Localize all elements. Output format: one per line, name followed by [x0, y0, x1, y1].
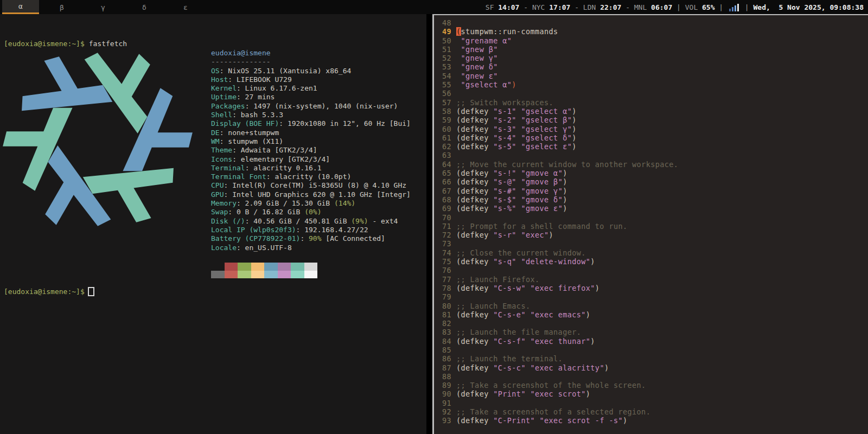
fastfetch-line: GPU: Intel UHD Graphics 620 @ 1.10 GHz […: [211, 190, 411, 199]
token-str: "C-s-c": [493, 363, 526, 372]
editor-line[interactable]: 91: [439, 399, 868, 407]
fastfetch-value: : LIFEBOOK U729: [228, 75, 291, 84]
editor-line[interactable]: 87(defkey "C-s-c" "exec alacritty"): [439, 363, 868, 372]
editor-line[interactable]: 92;; Take a screenshot of a selected reg…: [439, 407, 868, 416]
terminal-pane[interactable]: [eudoxia@ismene:~]$fastfetch eudoxia@ism…: [0, 14, 426, 434]
editor-line[interactable]: 53 "gnew δ": [439, 62, 868, 71]
editor-line[interactable]: 55 "gselect α"): [439, 80, 868, 89]
editor-line[interactable]: 50 "grename α": [439, 36, 868, 45]
editor-line[interactable]: 66(defkey "s-@" "gmove β"): [439, 177, 868, 186]
editor-line[interactable]: 78(defkey "C-s-w" "exec firefox"): [439, 284, 868, 292]
workspace-tabs: αβγδε: [2, 0, 208, 14]
editor-line[interactable]: 62(defkey "s-5" "gselect ε"): [439, 142, 868, 151]
workspace-tab-δ[interactable]: δ: [126, 0, 163, 14]
token-code: ): [563, 195, 567, 204]
editor-line[interactable]: 77;; Launch Firefox.: [439, 275, 868, 284]
line-number: 70: [439, 213, 451, 222]
editor-line[interactable]: 73: [439, 239, 868, 248]
token-str: "gselect ε": [521, 142, 572, 151]
status-text: Wed, 5 Nov 2025, 09:08:38: [754, 3, 864, 11]
editor-line[interactable]: 71;; Prompt for a shell command to run.: [439, 222, 868, 231]
editor-line[interactable]: 61(defkey "s-4" "gselect δ"): [439, 133, 868, 142]
editor-line[interactable]: 84(defkey "C-s-f" "exec thunar"): [439, 337, 868, 346]
editor-pane[interactable]: 4849(stumpwm::run-commands50 "grename α"…: [432, 14, 868, 434]
editor-line[interactable]: 82: [439, 319, 868, 328]
editor-line[interactable]: 54 "gnew ε": [439, 72, 868, 80]
fastfetch-label: Uptime: [211, 93, 237, 101]
token-com: ;; Launch Emacs.: [456, 302, 530, 310]
line-number: 60: [439, 125, 451, 133]
editor-line[interactable]: 69(defkey "s-%" "gmove ε"): [439, 204, 868, 213]
editor-line[interactable]: 83;; Launch the file manager.: [439, 328, 868, 336]
editor-line[interactable]: 65(defkey "s-!" "gmove α"): [439, 169, 868, 177]
token-str: "C-Print": [493, 416, 535, 425]
editor-line[interactable]: 90(defkey "Print" "exec scrot"): [439, 390, 868, 398]
editor-line[interactable]: 57;; Switch workspaces.: [439, 98, 868, 107]
fastfetch-value: : stumpwm (X11): [220, 137, 283, 145]
workspace-tab-β[interactable]: β: [43, 0, 80, 14]
palette-swatch: [291, 263, 304, 271]
workspace-tab-γ[interactable]: γ: [85, 0, 122, 14]
fastfetch-line: Locale: en_US.UTF-8: [211, 244, 411, 252]
editor-line[interactable]: 48: [439, 18, 868, 27]
editor-line[interactable]: 59(defkey "s-2" "gselect β"): [439, 116, 868, 124]
token-code: ): [563, 187, 567, 195]
fastfetch-value: : alacritty (10.0pt): [266, 173, 352, 181]
line-number: 87: [439, 363, 451, 372]
line-text: (defkey "C-s-f" "exec thunar"): [456, 337, 595, 346]
line-number: 62: [439, 142, 451, 151]
signal-bars-icon: [729, 3, 739, 11]
fastfetch-line: DE: none+stumpwm: [211, 129, 411, 137]
fastfetch-line: Swap: 0 B / 16.82 GiB (0%): [211, 208, 411, 216]
editor-line[interactable]: 89;; Take a screenshot of the whole scre…: [439, 381, 868, 390]
line-text: (defkey "s-r" "exec"): [456, 231, 553, 239]
editor-line[interactable]: 81(defkey "C-s-e" "exec emacs"): [439, 310, 868, 319]
line-text: ;; Launch the file manager.: [456, 328, 581, 336]
workspace-tab-ε[interactable]: ε: [167, 0, 204, 14]
status-text: -: [621, 3, 634, 11]
editor-line[interactable]: 76: [439, 266, 868, 275]
line-number: 54: [439, 72, 451, 80]
fastfetch-label: Kernel: [211, 84, 237, 92]
palette-swatch: [278, 263, 291, 271]
editor-line[interactable]: 85: [439, 346, 868, 354]
editor-line[interactable]: 68(defkey "s-$" "gmove δ"): [439, 195, 868, 204]
editor-line[interactable]: 64;; Move the current window to another …: [439, 160, 868, 169]
editor-line[interactable]: 80;; Launch Emacs.: [439, 302, 868, 310]
token-str: "s-r": [493, 231, 516, 239]
palette-swatch: [304, 263, 318, 271]
prompt-line[interactable]: [eudoxia@ismene:~]$: [4, 288, 94, 296]
token-str: "s-5": [493, 142, 516, 151]
editor-line[interactable]: 51 "gnew β": [439, 45, 868, 54]
fastfetch-line: Theme: Adwaita [GTK2/3/4]: [211, 146, 411, 155]
editor-line[interactable]: 72(defkey "s-r" "exec"): [439, 231, 868, 239]
fastfetch-label: Host: [211, 75, 228, 84]
token-code: (defkey: [456, 107, 493, 116]
editor-line[interactable]: 58(defkey "s-1" "gselect α"): [439, 107, 868, 116]
line-number: 80: [439, 302, 451, 310]
editor-line[interactable]: 93(defkey "C-Print" "exec scrot -f -s"): [439, 416, 868, 425]
token-com: ;; Move the current window to another wo…: [456, 160, 678, 169]
code-area[interactable]: 4849(stumpwm::run-commands50 "grename α"…: [439, 18, 868, 425]
editor-line[interactable]: 70: [439, 213, 868, 222]
fastfetch-line: Battery (CP778922-01): 90% [AC Connected…: [211, 234, 411, 243]
editor-line[interactable]: 79: [439, 292, 868, 301]
fastfetch-value: : 27 mins: [237, 93, 275, 101]
token-code: (defkey: [456, 257, 493, 266]
token-code: ): [590, 337, 595, 346]
editor-line[interactable]: 56: [439, 89, 868, 98]
editor-line[interactable]: 63: [439, 151, 868, 159]
workspace-tab-α[interactable]: α: [2, 0, 39, 14]
palette-swatch: [278, 271, 291, 279]
token-code: ): [563, 204, 567, 213]
palette-swatch: [264, 271, 278, 279]
editor-line[interactable]: 74;; Close the current window.: [439, 248, 868, 257]
editor-line[interactable]: 52 "gnew γ": [439, 54, 868, 62]
editor-line[interactable]: 86;; Launch the terminal.: [439, 354, 868, 363]
editor-line[interactable]: 60(defkey "s-3" "gselect γ"): [439, 125, 868, 133]
line-text: (defkey "s-1" "gselect α"): [456, 107, 577, 116]
editor-line[interactable]: 88: [439, 372, 868, 381]
editor-line[interactable]: 49(stumpwm::run-commands: [439, 27, 868, 36]
editor-line[interactable]: 75(defkey "s-q" "delete-window"): [439, 257, 868, 266]
editor-line[interactable]: 67(defkey "s-#" "gmove γ"): [439, 187, 868, 195]
